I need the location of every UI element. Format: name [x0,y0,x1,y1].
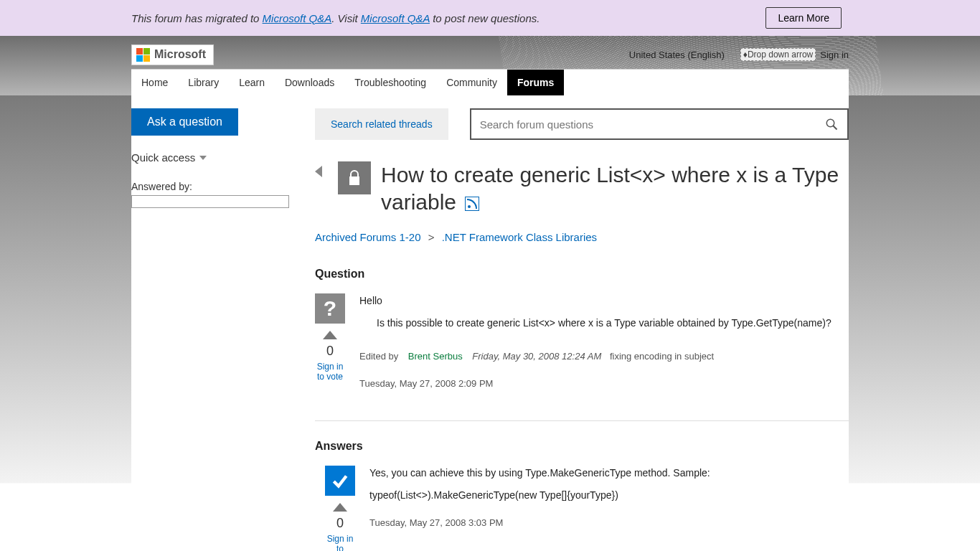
nav-bar: Home Library Learn Downloads Troubleshoo… [131,69,849,95]
content: Search related threads How to create gen… [311,108,849,551]
banner-suffix: to post new questions. [430,12,540,24]
quick-access-label: Quick access [131,151,195,164]
breadcrumb-archived[interactable]: Archived Forums 1-20 [315,231,421,243]
search-box [470,108,849,140]
answer-badge [325,466,355,496]
answered-by-input[interactable] [131,195,289,208]
locale-row: United States (English) ♦Drop down arrow… [629,48,849,61]
question-vote-count: 0 [326,344,334,359]
locale-caret-icon[interactable] [729,52,736,57]
answer-line-2: typeof(List<>).MakeGenericType(new Type[… [369,488,849,503]
nav-community[interactable]: Community [436,70,507,95]
banner-prefix: This forum has migrated to [131,12,263,24]
brand-text: Microsoft [154,48,206,61]
answer-vote-count: 0 [336,516,344,531]
question-badge-icon: ? [315,293,345,324]
thread-title: How to create generic List<x> where x is… [381,161,849,215]
question-heading: Question [315,268,849,281]
sign-in-to-vote-link[interactable]: Sign in to vote [315,362,345,382]
sign-in-to-vote-link[interactable]: Sign in to [325,534,355,551]
rss-icon[interactable] [465,197,479,211]
breadcrumb-category[interactable]: .NET Framework Class Libraries [442,231,597,243]
search-input[interactable] [471,118,816,131]
learn-more-button[interactable]: Learn More [765,7,842,29]
answer-post: 0 Sign in to Yes, you can achieve this b… [325,466,849,551]
question-post: ? 0 Sign in to vote Hello Is this possib… [315,293,849,390]
chevron-down-icon [199,156,207,160]
main: Ask a question Quick access Answered by:… [131,95,849,551]
question-line-2: Is this possible to create generic List<… [377,316,849,331]
edit-reason: fixing encoding in subject [610,351,714,362]
answered-by-section: Answered by: [131,181,303,208]
svg-point-0 [826,119,834,127]
breadcrumb-sep: > [428,231,435,243]
edit-date: Friday, May 30, 2008 12:24 AM [472,351,601,362]
collapse-caret-icon[interactable] [315,166,322,177]
nav-library[interactable]: Library [178,70,229,95]
signin-link[interactable]: Sign in [820,50,849,60]
dropdown-alt-badge: ♦Drop down arrow [740,48,816,61]
question-date: Tuesday, May 27, 2008 2:09 PM [359,377,849,391]
microsoft-logo[interactable]: Microsoft [131,44,214,65]
nav-downloads[interactable]: Downloads [275,70,344,95]
answers-heading: Answers [315,440,849,453]
migration-banner: This forum has migrated to Microsoft Q&A… [0,0,980,36]
locale-label[interactable]: United States (English) [629,50,725,60]
ask-question-button[interactable]: Ask a question [131,108,238,136]
quick-access-toggle[interactable]: Quick access [131,151,303,164]
search-related-button[interactable]: Search related threads [315,108,448,140]
svg-line-1 [833,126,837,129]
answer-line-1: Yes, you can achieve this by using Type.… [369,466,849,481]
check-icon [331,471,349,490]
locked-badge [338,161,371,194]
nav-forums[interactable]: Forums [507,70,564,95]
nav-learn[interactable]: Learn [229,70,275,95]
breadcrumb: Archived Forums 1-20 > .NET Framework Cl… [315,231,849,243]
banner-link-1[interactable]: Microsoft Q&A [263,12,332,24]
answer-date: Tuesday, May 27, 2008 3:03 PM [369,516,849,530]
edit-info: Edited by Brent Serbus Friday, May 30, 2… [359,349,849,364]
nav-home[interactable]: Home [131,70,178,95]
search-icon [825,118,838,131]
search-button[interactable] [816,118,847,131]
upvote-icon[interactable] [323,331,337,339]
nav-troubleshooting[interactable]: Troubleshooting [344,70,436,95]
migration-text: This forum has migrated to Microsoft Q&A… [131,12,540,24]
header-band: Microsoft United States (English) ♦Drop … [0,36,980,95]
question-line-1: Hello [359,293,849,309]
answered-by-label: Answered by: [131,181,192,192]
banner-link-2[interactable]: Microsoft Q&A [361,12,430,24]
microsoft-logo-icon [136,48,150,62]
divider [315,420,849,421]
sidebar: Ask a question Quick access Answered by: [131,108,311,551]
edited-by-label: Edited by [359,351,398,362]
banner-middle: . Visit [331,12,361,24]
editor-name[interactable]: Brent Serbus [408,351,463,362]
upvote-icon[interactable] [333,503,347,512]
lock-icon [346,169,363,187]
